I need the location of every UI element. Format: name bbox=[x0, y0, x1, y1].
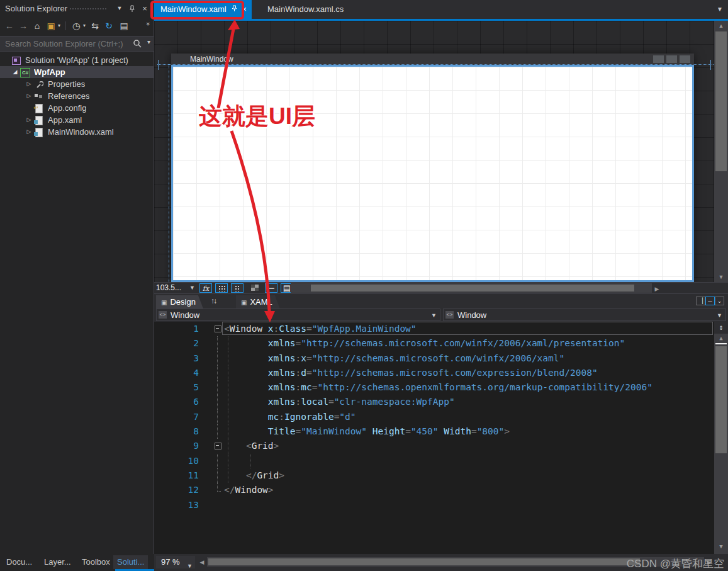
tab-list-chevron-icon[interactable]: ▼ bbox=[717, 6, 723, 13]
collapse-pane-icon[interactable]: ⌄ bbox=[715, 297, 724, 305]
scrollbar-thumb[interactable] bbox=[715, 31, 727, 171]
expand-icon[interactable]: ▷ bbox=[24, 90, 34, 102]
fold-margin bbox=[213, 483, 222, 497]
line-number: 10 bbox=[154, 454, 199, 468]
code-line-6[interactable]: 6 xmlns:local="clr-namespace:WpfApp" bbox=[154, 395, 728, 409]
show-snap-grid-icon[interactable] bbox=[215, 283, 228, 293]
designer-zoom-select[interactable]: 103.5... ▼ bbox=[156, 283, 196, 293]
snap-to-gridlines-icon[interactable] bbox=[231, 283, 244, 293]
tool-tab-docu[interactable]: Docu... bbox=[3, 555, 36, 569]
designer-horizontal-scrollbar[interactable] bbox=[291, 283, 652, 293]
collapse-icon[interactable]: ◢ bbox=[10, 66, 20, 78]
fold-guide-line bbox=[217, 380, 218, 395]
window-position-icon[interactable]: ▼ bbox=[115, 0, 125, 17]
home-icon[interactable]: ⌂ bbox=[31, 19, 43, 33]
tool-tab-soluti[interactable]: Soluti... bbox=[113, 555, 148, 569]
designer-scroll-right-icon[interactable]: ▶ bbox=[653, 283, 661, 294]
horizontal-split-icon[interactable]: ─ bbox=[705, 297, 715, 305]
tree-item-app-xaml[interactable]: ▷App.xaml bbox=[0, 114, 154, 126]
fold-margin bbox=[213, 395, 222, 409]
tree-item-references[interactable]: ▷References bbox=[0, 90, 154, 102]
scrollbar-thumb[interactable] bbox=[311, 285, 634, 291]
scroll-down-icon[interactable]: ▼ bbox=[714, 543, 728, 550]
code-line-10[interactable]: 10 bbox=[154, 454, 728, 468]
chevron-down-icon[interactable]: ▾ bbox=[56, 19, 62, 33]
code-line-3[interactable]: 3 xmlns:x="http://schemas.microsoft.com/… bbox=[154, 351, 728, 366]
code-line-13[interactable]: 13 bbox=[154, 498, 728, 512]
scroll-up-icon[interactable]: ▲ bbox=[714, 335, 728, 341]
design-view-label: Design bbox=[170, 297, 195, 307]
code-line-9[interactable]: 9 <Grid> bbox=[154, 439, 728, 453]
collapse-all-icon[interactable]: ▤ bbox=[118, 19, 130, 33]
tree-item-properties[interactable]: ▷Properties bbox=[0, 78, 154, 90]
xaml-view-tab[interactable]: ▣XAML bbox=[236, 295, 280, 308]
pin-icon[interactable] bbox=[232, 0, 237, 19]
pin-icon[interactable] bbox=[127, 0, 137, 17]
caret-position-marker bbox=[715, 343, 727, 344]
tool-tab-toolbox[interactable]: Toolbox bbox=[78, 555, 114, 569]
toolbar-overflow-icon[interactable]: » bbox=[141, 18, 155, 30]
designer-toolbar: 103.5... ▼ fx ─ ▤ ◀ ▶ bbox=[154, 282, 728, 293]
switch-views-icon[interactable]: ⇆ bbox=[89, 19, 101, 33]
search-input[interactable] bbox=[0, 37, 137, 51]
xaml-view-icon: ▣ bbox=[241, 296, 247, 309]
code-line-5[interactable]: 5 xmlns:mc="http://schemas.openxmlformat… bbox=[154, 380, 728, 395]
fold-margin[interactable] bbox=[213, 439, 222, 453]
document-tab-mainwindow-xaml[interactable]: MainWindow.xaml× bbox=[154, 0, 252, 19]
refresh-icon[interactable]: ↻ bbox=[103, 19, 115, 33]
editor-vertical-scrollbar[interactable]: ⇕ ▲ ▼ bbox=[714, 322, 728, 554]
expand-icon[interactable]: ▷ bbox=[24, 126, 34, 138]
split-editor-grip-icon[interactable]: ⇕ bbox=[714, 322, 728, 334]
sync-with-active-document-icon[interactable]: ▣ bbox=[45, 19, 57, 33]
collapse-region-icon[interactable] bbox=[215, 325, 221, 332]
search-icon[interactable] bbox=[133, 39, 142, 50]
snap-to-snaplines-icon[interactable]: ─ bbox=[265, 283, 277, 293]
code-line-8[interactable]: 8 Title="MainWindow" Height="450" Width=… bbox=[154, 424, 728, 439]
code-line-12[interactable]: 12</Window> bbox=[154, 483, 728, 497]
tree-item-wpfapp[interactable]: ◢C#WpfApp bbox=[0, 66, 154, 78]
breadcrumb-right-label: Window bbox=[457, 310, 486, 320]
scrollbar-thumb[interactable] bbox=[208, 558, 640, 565]
forward-icon[interactable]: → bbox=[18, 19, 29, 33]
code-line-4[interactable]: 4 xmlns:d="http://schemas.microsoft.com/… bbox=[154, 366, 728, 380]
scroll-down-icon[interactable]: ▼ bbox=[714, 274, 728, 280]
code-text: xmlns:mc="http://schemas.openxmlformats.… bbox=[224, 380, 652, 395]
tab-label: MainWindow.xaml.cs bbox=[267, 4, 344, 14]
code-line-2[interactable]: 2 xmlns="http://schemas.microsoft.com/wi… bbox=[154, 336, 728, 351]
design-window-preview[interactable]: MainWindow bbox=[171, 54, 694, 282]
scroll-up-icon[interactable]: ▲ bbox=[714, 23, 728, 29]
fold-margin[interactable] bbox=[213, 322, 222, 336]
back-icon[interactable]: ← bbox=[4, 19, 15, 33]
document-tab-mainwindow-xaml-cs[interactable]: MainWindow.xaml.cs bbox=[261, 0, 349, 19]
close-icon[interactable]: × bbox=[242, 0, 247, 19]
tool-tab-layer[interactable]: Layer... bbox=[40, 555, 75, 569]
code-line-7[interactable]: 7 mc:Ignorable="d" bbox=[154, 410, 728, 424]
tree-item-solution-wpfapp-1-project[interactable]: Solution 'WpfApp' (1 project) bbox=[0, 54, 154, 66]
collapse-region-icon[interactable] bbox=[215, 443, 221, 449]
tree-item-app-config[interactable]: App.config bbox=[0, 102, 154, 114]
expand-icon[interactable]: ▷ bbox=[24, 78, 34, 90]
code-line-11[interactable]: 11 </Grid> bbox=[154, 468, 728, 483]
swap-panes-icon[interactable]: ↑↓ bbox=[211, 297, 216, 305]
design-canvas[interactable] bbox=[171, 65, 694, 282]
xaml-code-editor[interactable]: 1<Window x:Class="WpfApp.MainWindow"2 xm… bbox=[154, 322, 728, 554]
scrollbar-thumb[interactable] bbox=[715, 346, 727, 453]
breadcrumb-left-label: Window bbox=[171, 310, 199, 320]
designer-vertical-scrollbar[interactable]: ▲ ▼ bbox=[714, 21, 728, 282]
effects-fx-icon[interactable]: fx bbox=[199, 283, 212, 293]
toggle-artboard-background-icon[interactable] bbox=[249, 283, 261, 293]
close-icon[interactable]: × bbox=[140, 0, 150, 17]
breadcrumb-right[interactable]: <> Window ▼ bbox=[443, 308, 726, 321]
chevron-down-icon[interactable]: ▾ bbox=[81, 19, 87, 33]
design-view-tab[interactable]: ▣Design bbox=[156, 295, 203, 308]
vertical-split-icon[interactable]: ▕ bbox=[696, 297, 705, 305]
pending-changes-filter-icon[interactable]: ◷ bbox=[70, 19, 82, 33]
editor-zoom-select[interactable]: 97 % ▼ bbox=[156, 556, 195, 568]
tree-item-mainwindow-xaml[interactable]: ▷MainWindow.xaml bbox=[0, 126, 154, 138]
xaml-designer-surface[interactable]: MainWindow ▲ ▼ bbox=[154, 21, 728, 282]
expand-icon[interactable]: ▷ bbox=[24, 114, 34, 126]
editor-scroll-left-icon[interactable]: ◀ bbox=[198, 556, 206, 568]
code-line-1[interactable]: 1<Window x:Class="WpfApp.MainWindow" bbox=[154, 322, 728, 336]
search-options-chevron-icon[interactable]: ▾ bbox=[147, 38, 150, 45]
breadcrumb-left[interactable]: <> Window ▼ bbox=[156, 308, 440, 321]
